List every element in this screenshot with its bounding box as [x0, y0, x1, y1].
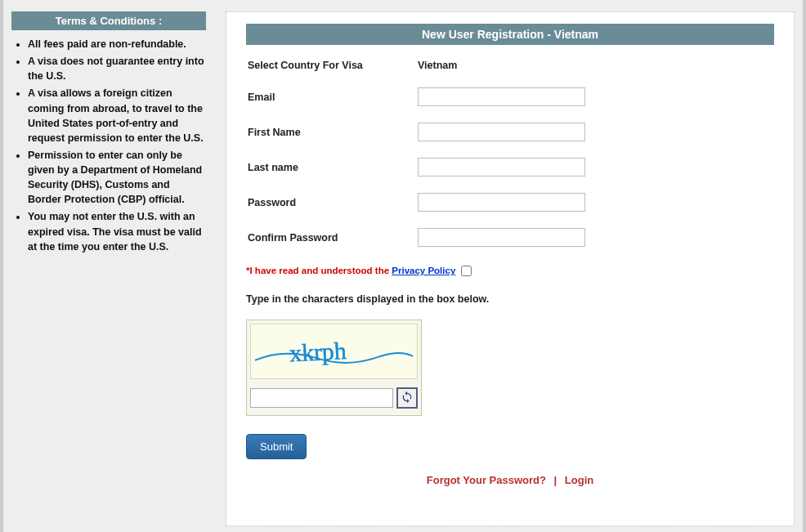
forgot-password-link[interactable]: Forgot Your Password? — [427, 474, 546, 486]
privacy-policy-link[interactable]: Privacy Policy — [392, 266, 455, 275]
country-label: Select Country For Visa — [246, 60, 418, 71]
captcha-label: Type in the characters displayed in the … — [246, 293, 774, 305]
svg-text:xkrph: xkrph — [289, 338, 347, 367]
captcha-box: xkrph — [246, 320, 422, 416]
captcha-image: xkrph — [250, 324, 418, 379]
registration-panel: New User Registration - Vietnam Select C… — [226, 11, 795, 526]
country-value: Vietnam — [418, 60, 457, 71]
email-input[interactable] — [418, 87, 585, 106]
refresh-icon — [401, 391, 414, 406]
first-name-label: First Name — [246, 127, 418, 138]
separator: | — [554, 474, 557, 486]
confirm-password-label: Confirm Password — [246, 232, 418, 244]
password-label: Password — [246, 197, 418, 208]
email-label: Email — [246, 92, 418, 103]
list-item: Permission to enter can only be given by… — [28, 148, 206, 208]
page-title: New User Registration - Vietnam — [246, 24, 774, 45]
bottom-links: Forgot Your Password? | Login — [246, 474, 774, 486]
login-link[interactable]: Login — [565, 474, 593, 486]
terms-sidebar: Terms & Conditions : All fees paid are n… — [11, 11, 206, 257]
country-row: Select Country For Visa Vietnam — [246, 60, 774, 71]
privacy-policy-checkbox[interactable] — [461, 266, 472, 276]
last-name-row: Last name — [246, 158, 774, 177]
password-row: Password — [246, 193, 774, 212]
email-row: Email — [246, 87, 774, 106]
first-name-input[interactable] — [418, 123, 585, 141]
terms-header: Terms & Conditions : — [11, 11, 206, 30]
captcha-input[interactable] — [250, 388, 393, 408]
password-input[interactable] — [418, 193, 585, 212]
confirm-password-row: Confirm Password — [246, 228, 774, 247]
list-item: A visa does not guarantee entry into the… — [28, 54, 206, 83]
last-name-input[interactable] — [418, 158, 585, 177]
confirm-password-input[interactable] — [418, 228, 585, 247]
policy-prefix: *I have read and understood the — [246, 266, 392, 275]
first-name-row: First Name — [246, 123, 774, 141]
submit-button[interactable]: Submit — [246, 434, 307, 459]
last-name-label: Last name — [246, 162, 418, 173]
list-item: A visa allows a foreign citizen coming f… — [28, 86, 206, 145]
terms-list: All fees paid are non-refundable. A visa… — [11, 37, 206, 254]
captcha-refresh-button[interactable] — [396, 387, 418, 409]
list-item: All fees paid are non-refundable. — [28, 37, 206, 51]
privacy-policy-line: *I have read and understood the Privacy … — [246, 263, 774, 279]
list-item: You may not enter the U.S. with an expir… — [28, 209, 206, 253]
